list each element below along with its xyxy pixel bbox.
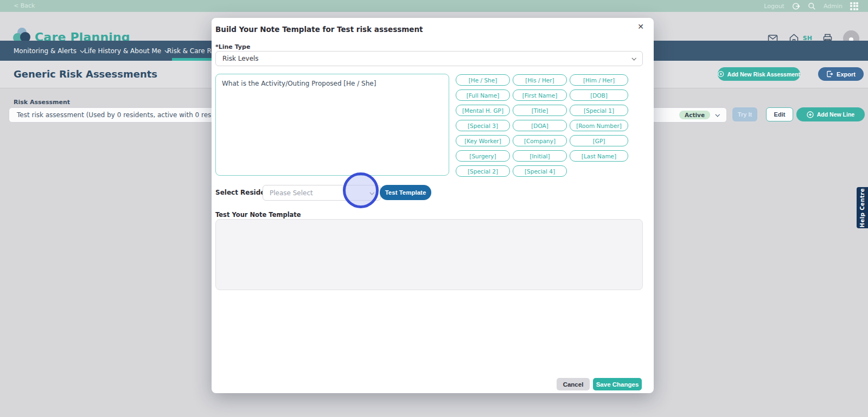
top-utility-bar: < Back Logout Admin (0, 0, 868, 12)
close-icon[interactable]: ✕ (637, 22, 644, 31)
plus-circle-icon (718, 70, 724, 78)
placeholder-chip[interactable]: [Key Worker] (456, 135, 510, 146)
line-type-select[interactable]: Risk Levels (215, 51, 643, 66)
placeholder-chip[interactable]: [Title] (513, 105, 567, 116)
apps-grid-icon[interactable] (850, 2, 858, 10)
placeholder-chip[interactable]: [Special 1] (570, 105, 628, 116)
edit-button[interactable]: Edit (766, 107, 793, 121)
placeholder-chip[interactable]: [His / Her] (513, 74, 567, 86)
export-icon (826, 70, 833, 78)
export-button[interactable]: Export (818, 67, 864, 81)
placeholder-chip[interactable]: [Special 4] (513, 165, 567, 177)
add-new-risk-assessment-button[interactable]: Add New Risk Assessment (718, 67, 800, 81)
placeholder-chip[interactable]: [Surgery] (456, 150, 510, 162)
save-changes-button[interactable]: Save Changes (593, 378, 642, 390)
build-note-template-modal: ✕ Build Your Note Template for Test risk… (212, 18, 654, 393)
status-dropdown[interactable]: Active (679, 111, 719, 119)
placeholder-chip[interactable]: [He / She] (456, 74, 510, 86)
note-template-textarea[interactable]: What is the Activity/Outing Proposed [He… (215, 74, 449, 176)
line-type-label: *Line Type (215, 43, 250, 50)
modal-title: Build Your Note Template for Test risk a… (215, 25, 423, 34)
placeholder-chip[interactable]: [Full Name] (456, 89, 510, 101)
placeholder-chip[interactable]: [Last Name] (570, 150, 628, 162)
logout-icon[interactable] (792, 2, 800, 10)
placeholder-chip[interactable]: [DOA] (513, 120, 567, 131)
back-link[interactable]: < Back (14, 2, 35, 9)
try-it-button[interactable]: Try It (732, 107, 757, 121)
test-note-label: Test Your Note Template (215, 211, 301, 219)
cancel-button[interactable]: Cancel (557, 378, 590, 390)
nav-item-life-history[interactable]: Life History & About Me (84, 41, 168, 61)
admin-link[interactable]: Admin (824, 3, 843, 10)
placeholder-chip[interactable]: [Initial] (513, 150, 567, 162)
add-new-line-button[interactable]: Add New Line (796, 107, 865, 121)
status-badge: Active (679, 111, 710, 119)
risk-assessment-label: Risk Assessment (14, 99, 70, 106)
chevron-down-icon (631, 56, 636, 60)
placeholder-chip[interactable]: [GP] (570, 135, 628, 146)
placeholder-chip[interactable]: [DOB] (570, 89, 628, 101)
search-icon[interactable] (808, 2, 816, 10)
placeholder-chip[interactable]: [Room Number] (570, 120, 628, 131)
logout-link[interactable]: Logout (764, 3, 784, 10)
placeholder-chip[interactable]: [Him / Her] (570, 74, 628, 86)
select-resident-dropdown[interactable]: Please Select (263, 185, 381, 201)
placeholder-chip[interactable]: [First Name] (513, 89, 567, 101)
assessment-name: Test risk assessment (Used by 0 resident… (17, 111, 234, 119)
placeholder-chip[interactable]: [Company] (513, 135, 567, 146)
page-title: Generic Risk Assessments (14, 68, 157, 80)
test-template-button[interactable]: Test Template (380, 185, 431, 200)
nav-item-monitoring-alerts[interactable]: Monitoring & Alerts (14, 41, 84, 61)
placeholder-chip[interactable]: [Mental H. GP] (456, 105, 510, 116)
test-note-output-textarea (215, 219, 643, 290)
help-centre-tab[interactable]: Help Centre (857, 187, 868, 228)
placeholder-chip[interactable]: [Special 2] (456, 165, 510, 177)
placeholder-chip[interactable]: [Special 3] (456, 120, 510, 131)
placeholder-chips: [He / She][His / Her][Him / Her][Full Na… (456, 74, 628, 177)
chevron-down-icon (715, 112, 719, 117)
plus-circle-icon (807, 111, 814, 118)
chevron-down-icon (369, 190, 374, 195)
